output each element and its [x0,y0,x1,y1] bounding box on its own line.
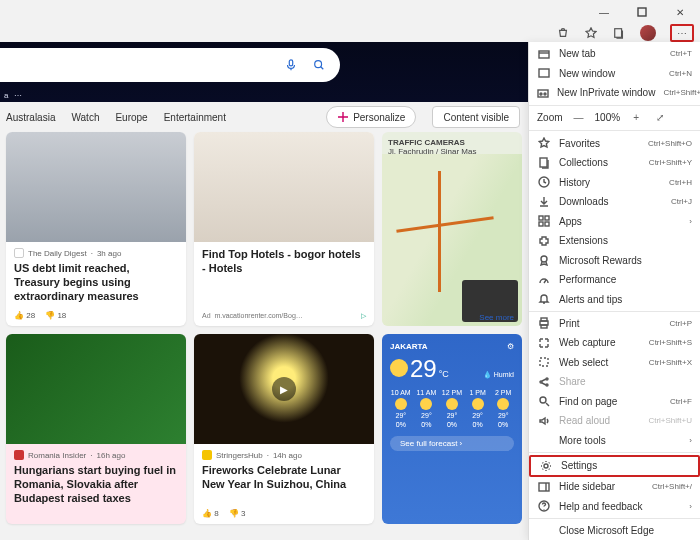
help-icon [537,499,551,513]
svg-rect-4 [539,51,549,58]
rewards-icon [537,253,551,267]
menu-apps[interactable]: Apps› [529,211,700,231]
svg-point-7 [540,93,542,95]
capture-icon [537,336,551,350]
menu-hide-sidebar[interactable]: Hide sidebarCtrl+Shift+/ [529,477,700,497]
content-visible-dropdown[interactable]: Content visible [432,106,520,128]
news-card[interactable]: ▶ StringersHub · 14h ago Fireworks Celeb… [194,334,374,524]
svg-point-20 [540,397,546,403]
select-icon [537,355,551,369]
menu-share: Share [529,372,700,392]
favorites-star-icon[interactable] [584,26,598,40]
svg-point-3 [315,61,322,68]
forecast-row: 10 AM29°0% 11 AM29°0% 12 PM29°0% 1 PM29°… [390,389,514,428]
svg-rect-9 [540,158,547,167]
inprivate-icon [537,86,549,100]
menu-web-capture[interactable]: Web captureCtrl+Shift+S [529,333,700,353]
weather-widget[interactable]: JAKARTA⚙ 29°C 💧 Humid 10 AM29°0% 11 AM29… [382,334,522,524]
menu-history[interactable]: HistoryCtrl+H [529,172,700,192]
card-title: US debt limit reached, Treasury begins u… [14,262,178,303]
menu-help[interactable]: Help and feedback› [529,496,700,516]
menu-new-tab[interactable]: New tabCtrl+T [529,44,700,64]
menu-inprivate[interactable]: New InPrivate windowCtrl+Shift+N [529,83,700,103]
browser-toolbar: ⋯ [0,24,700,42]
profile-avatar[interactable] [640,25,656,41]
nav-item[interactable]: Europe [115,112,147,123]
svg-rect-22 [539,483,549,491]
card-title: Fireworks Celebrate Lunar New Year In Su… [202,464,366,492]
menu-favorites[interactable]: FavoritesCtrl+Shift+O [529,133,700,153]
window-titlebar: — ✕ [0,0,700,24]
personalize-button[interactable]: Personalize [326,106,416,128]
full-forecast-button[interactable]: See full forecast › [390,436,514,451]
traffic-widget[interactable]: TRAFFIC CAMERAS Jl. Fachrudin / Sinar Ma… [382,132,522,326]
see-more-link[interactable]: See more [479,313,514,322]
menu-settings[interactable]: Settings [529,455,700,477]
card-thumbnail [6,334,186,444]
menu-print[interactable]: PrintCtrl+P [529,314,700,334]
menu-downloads[interactable]: DownloadsCtrl+J [529,192,700,212]
card-thumbnail: ▶ [194,334,374,444]
card-title: Find Top Hotels - bogor hotels - Hotels [202,248,366,276]
nav-item[interactable]: Entertainment [164,112,226,123]
collections-icon [537,156,551,170]
bell-icon [537,292,551,306]
window-maximize[interactable] [628,2,656,22]
window-minimize[interactable]: — [590,2,618,22]
tab-icon [537,47,551,61]
sidebar-icon [537,480,551,494]
card-thumbnail [6,132,186,242]
menu-alerts[interactable]: Alerts and tips [529,289,700,309]
menu-extensions[interactable]: Extensions [529,231,700,251]
search-icon[interactable] [312,58,326,72]
collections-icon[interactable] [612,26,626,40]
settings-menu: New tabCtrl+T New windowCtrl+N New InPri… [528,42,700,540]
gear-icon[interactable]: ⚙ [507,342,514,351]
nav-item[interactable]: Watch [71,112,99,123]
ad-choices-icon[interactable]: ▷ [361,312,366,320]
more-menu-button[interactable]: ⋯ [670,24,694,42]
voice-search-icon[interactable] [284,58,298,72]
svg-rect-19 [540,358,548,366]
svg-rect-0 [638,8,646,16]
svg-rect-5 [539,69,549,77]
menu-web-select[interactable]: Web selectCtrl+Shift+X [529,353,700,373]
menu-more-tools[interactable]: More tools› [529,431,700,451]
find-icon [537,394,551,408]
print-icon [537,316,551,330]
menu-collections[interactable]: CollectionsCtrl+Shift+Y [529,153,700,173]
apps-icon [537,214,551,228]
gear-icon [539,459,553,473]
menu-close-edge[interactable]: Close Microsoft Edge [529,521,700,540]
svg-rect-13 [539,222,543,226]
search-bar[interactable] [0,48,340,82]
svg-point-15 [541,256,547,262]
read-aloud-icon [537,414,551,428]
svg-rect-14 [545,222,549,226]
card-thumbnail [194,132,374,242]
shopping-icon[interactable] [556,26,570,40]
zoom-in-button[interactable]: + [628,112,644,123]
menu-read-aloud: Read aloudCtrl+Shift+U [529,411,700,431]
window-close[interactable]: ✕ [666,2,694,22]
window-icon [537,66,551,80]
star-icon [537,136,551,150]
ad-card[interactable]: Find Top Hotels - bogor hotels - Hotels … [194,132,374,326]
performance-icon [537,273,551,287]
news-card[interactable]: The Daily Digest · 3h ago US debt limit … [6,132,186,326]
svg-point-8 [544,93,546,95]
svg-rect-2 [289,60,292,66]
play-icon[interactable]: ▶ [272,377,296,401]
svg-rect-1 [615,29,622,38]
fullscreen-icon[interactable]: ⤢ [652,112,668,123]
news-card[interactable]: Romania Insider · 16h ago Hungarians sta… [6,334,186,524]
menu-rewards[interactable]: Microsoft Rewards [529,250,700,270]
menu-find[interactable]: Find on pageCtrl+F [529,392,700,412]
nav-item[interactable]: Australasia [6,112,55,123]
menu-performance[interactable]: Performance [529,270,700,290]
svg-rect-18 [541,325,547,328]
svg-point-21 [544,464,548,468]
share-icon [537,375,551,389]
zoom-out-button[interactable]: — [571,112,587,123]
menu-new-window[interactable]: New windowCtrl+N [529,64,700,84]
